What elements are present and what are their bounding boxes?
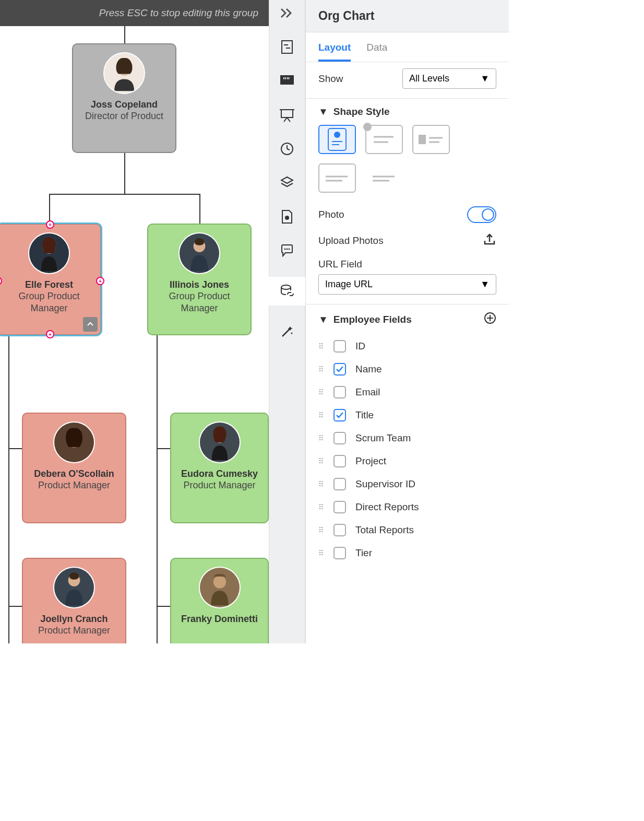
connector [49, 194, 50, 224]
svg-point-26 [285, 216, 289, 220]
field-label: Name [355, 363, 382, 375]
divider [306, 98, 509, 99]
svg-rect-14 [282, 41, 292, 53]
data-link-icon[interactable] [269, 277, 305, 306]
editing-banner: Press ESC to stop editing this group [0, 0, 269, 26]
field-row: ⠿Direct Reports [318, 496, 496, 519]
drag-handle-icon[interactable]: ⠿ [318, 457, 324, 465]
card-title: Product Manager [38, 625, 110, 637]
field-checkbox[interactable] [333, 409, 346, 421]
shape-card-lines[interactable] [365, 163, 403, 193]
show-value: All Levels [409, 73, 449, 84]
field-checkbox[interactable] [333, 478, 346, 490]
shape-card-side-photo[interactable] [365, 125, 403, 154]
handle-bottom[interactable]: + [46, 330, 54, 338]
panel-tabs: Layout Data [306, 32, 509, 62]
section-employee-fields[interactable]: ▼ Employee Fields [318, 312, 496, 327]
drag-handle-icon[interactable]: ⠿ [318, 503, 324, 511]
svg-line-25 [287, 149, 290, 150]
org-card-right-r2[interactable]: Franky Dominetti [170, 558, 269, 643]
card-title: Group Product Manager [153, 290, 245, 315]
connector [124, 153, 125, 194]
clock-icon[interactable] [279, 141, 295, 157]
field-checkbox[interactable] [333, 386, 346, 398]
drag-handle-icon[interactable]: ⠿ [318, 480, 324, 488]
quote-icon[interactable]: "" [279, 73, 295, 89]
org-card-right-mgr[interactable]: Illinois Jones Group Product Manager [147, 224, 252, 335]
field-checkbox[interactable] [333, 501, 346, 513]
show-label: Show [318, 73, 343, 85]
connector [157, 606, 171, 607]
field-row: ⠿Tier [318, 542, 496, 565]
card-name: Franky Dominetti [181, 614, 258, 625]
field-checkbox[interactable] [333, 547, 346, 559]
shape-card-block[interactable] [412, 125, 450, 154]
connector [49, 194, 200, 195]
tab-layout[interactable]: Layout [318, 42, 351, 62]
drag-handle-icon[interactable]: ⠿ [318, 434, 324, 442]
field-row: ⠿Email [318, 381, 496, 404]
expand-icon[interactable] [279, 5, 295, 21]
field-row: ⠿Project [318, 450, 496, 473]
chevron-down-icon: ▼ [318, 314, 328, 325]
handle-top[interactable]: + [46, 220, 54, 229]
collapse-icon[interactable] [83, 317, 98, 332]
tab-data[interactable]: Data [366, 42, 387, 62]
show-select[interactable]: All Levels ▼ [402, 68, 496, 89]
magic-wand-icon[interactable] [279, 324, 295, 339]
photo-toggle[interactable] [467, 206, 496, 223]
svg-point-28 [287, 249, 288, 250]
card-name: Joss Copeland [91, 99, 158, 110]
field-label: ID [355, 341, 365, 352]
field-checkbox[interactable] [333, 455, 346, 467]
org-card-left-r1[interactable]: Debera O'Scollain Product Manager [22, 413, 126, 523]
drag-handle-icon[interactable]: ⠿ [318, 526, 324, 534]
field-label: Tier [355, 547, 372, 559]
drag-handle-icon[interactable]: ⠿ [318, 365, 324, 373]
card-name: Joellyn Cranch [40, 614, 108, 625]
presentation-icon[interactable] [279, 107, 295, 123]
svg-rect-39 [419, 135, 426, 144]
add-field-icon[interactable] [484, 312, 496, 327]
svg-rect-19 [281, 110, 293, 118]
photo-label: Photo [318, 209, 344, 220]
drag-handle-icon[interactable]: ⠿ [318, 411, 324, 419]
handle-left[interactable]: + [0, 277, 2, 285]
document-settings-icon[interactable] [279, 39, 295, 55]
avatar [199, 421, 241, 463]
field-label: Scrum Team [355, 432, 411, 444]
chevron-down-icon: ▼ [480, 279, 490, 290]
shape-card-photo[interactable] [318, 125, 356, 154]
avatar [28, 232, 70, 274]
avatar [53, 421, 95, 463]
avatar [103, 52, 145, 94]
field-checkbox[interactable] [333, 340, 346, 353]
connector [8, 335, 9, 643]
field-checkbox[interactable] [333, 363, 346, 376]
drag-handle-icon[interactable]: ⠿ [318, 342, 324, 350]
svg-line-21 [284, 118, 287, 122]
upload-icon[interactable] [483, 232, 496, 249]
handle-right[interactable]: + [96, 277, 104, 285]
field-checkbox[interactable] [333, 524, 346, 536]
file-data-icon[interactable] [279, 209, 295, 225]
drag-handle-icon[interactable]: ⠿ [318, 549, 324, 557]
drag-handle-icon[interactable]: ⠿ [318, 388, 324, 396]
field-checkbox[interactable] [333, 432, 346, 444]
field-label: Project [355, 455, 386, 467]
org-card-left-mgr[interactable]: + + + + Elle Forest Group Product Manage… [0, 224, 101, 335]
comments-icon[interactable] [279, 243, 295, 259]
chart-canvas[interactable]: Joss Copeland Director of Product + + + … [0, 26, 269, 643]
url-field-select[interactable]: Image URL ▼ [318, 274, 496, 295]
field-label: Email [355, 386, 380, 398]
org-card-right-r1[interactable]: Eudora Cumesky Product Manager [170, 413, 269, 523]
shape-card-lines-boxed[interactable] [318, 163, 356, 193]
org-card-root[interactable]: Joss Copeland Director of Product [72, 43, 176, 153]
org-card-left-r2[interactable]: Joellyn Cranch Product Manager [22, 558, 126, 643]
connector [199, 194, 200, 224]
section-shape-style[interactable]: ▼ Shape Style [318, 106, 496, 118]
layers-icon[interactable] [279, 175, 295, 191]
field-label: Direct Reports [355, 501, 419, 513]
svg-point-13 [213, 576, 225, 588]
card-title: Product Manager [38, 479, 110, 491]
